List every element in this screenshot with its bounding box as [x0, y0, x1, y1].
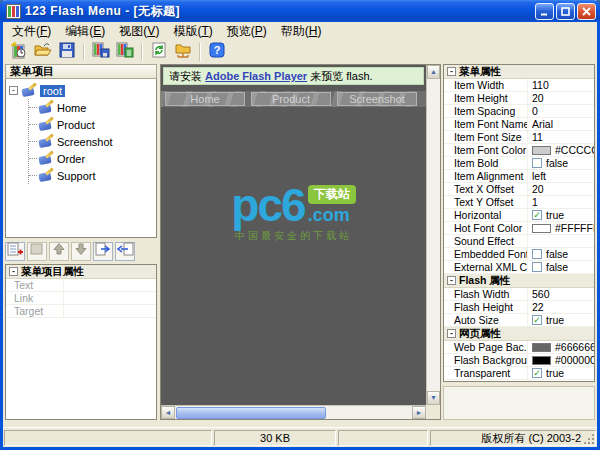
color-swatch[interactable]	[532, 356, 551, 365]
tree-node-support[interactable]: Support	[29, 167, 154, 184]
property-value[interactable]: ✓true	[528, 209, 594, 221]
item-properties-grid: - 菜单项目属性 TextLinkTarget	[5, 264, 157, 420]
open-button[interactable]	[31, 41, 55, 63]
tree-node-label[interactable]: Screenshot	[57, 136, 113, 148]
collapse-icon[interactable]: -	[9, 86, 18, 95]
section-header[interactable]: -网页属性	[444, 327, 594, 341]
property-value[interactable]	[64, 292, 156, 304]
flash-menu-button-home[interactable]: Home	[165, 92, 245, 106]
add-item-button[interactable]	[5, 242, 25, 261]
tree-node-product[interactable]: Product	[29, 116, 154, 133]
property-value[interactable]: ✓true	[528, 367, 594, 379]
vertical-scrollbar[interactable]: ▲ ▼	[426, 65, 440, 405]
tree-node-home[interactable]: Home	[29, 99, 154, 116]
checkbox-icon[interactable]: ✓	[532, 368, 542, 378]
property-value[interactable]: 11	[528, 131, 594, 143]
scroll-up-icon[interactable]: ▲	[427, 65, 440, 79]
property-row: Flash Width560	[444, 288, 594, 301]
scroll-left-icon[interactable]: ◄	[161, 406, 175, 419]
tree-node-root[interactable]: - root	[8, 82, 154, 99]
color-swatch[interactable]	[532, 224, 551, 233]
maximize-button[interactable]	[556, 3, 575, 20]
collapse-icon[interactable]: -	[447, 276, 456, 285]
property-value[interactable]: #FFFFFF	[528, 222, 594, 234]
checkbox-icon[interactable]	[532, 262, 542, 272]
collapse-icon[interactable]: -	[447, 329, 456, 338]
property-value[interactable]: #666666	[528, 341, 594, 353]
property-value[interactable]: false	[528, 248, 594, 260]
checkbox-icon[interactable]	[532, 249, 542, 259]
title-bar[interactable]: 123 Flash Menu - [无标题]	[0, 0, 600, 22]
move-down-icon	[73, 241, 89, 261]
checkbox-icon[interactable]: ✓	[532, 315, 542, 325]
horizontal-scrollbar[interactable]: ◄ ►	[161, 405, 426, 419]
scroll-down-icon[interactable]: ▼	[427, 391, 440, 405]
menu-e[interactable]: 编辑(E)	[58, 22, 112, 41]
color-swatch[interactable]	[532, 146, 551, 155]
collapse-icon[interactable]: -	[9, 267, 18, 276]
menu-f[interactable]: 文件(F)	[5, 22, 58, 41]
tree-node-label[interactable]: root	[40, 85, 65, 97]
export-swf-button[interactable]	[89, 41, 113, 63]
checkbox-icon[interactable]: ✓	[532, 210, 542, 220]
property-value[interactable]: 110	[528, 79, 594, 91]
export-html-button[interactable]	[113, 41, 137, 63]
property-value[interactable]: #000000	[528, 354, 594, 366]
refresh-button[interactable]	[147, 41, 171, 63]
menu-t[interactable]: 模版(T)	[166, 22, 219, 41]
minimize-button[interactable]	[535, 3, 554, 20]
save-button[interactable]	[55, 41, 79, 63]
property-value[interactable]	[64, 279, 156, 291]
bool-text: true	[546, 314, 564, 326]
property-value[interactable]: 20	[528, 92, 594, 104]
property-value[interactable]	[528, 235, 594, 247]
scroll-right-icon[interactable]: ►	[412, 406, 426, 419]
color-swatch[interactable]	[532, 343, 551, 352]
section-header[interactable]: -菜单属性	[444, 65, 594, 79]
property-value[interactable]: 20	[528, 183, 594, 195]
property-value[interactable]: left	[528, 170, 594, 182]
property-value[interactable]: 22	[528, 301, 594, 313]
property-value[interactable]: false	[528, 261, 594, 273]
section-header[interactable]: -Flash 属性	[444, 274, 594, 288]
tree-node-label[interactable]: Home	[57, 102, 86, 114]
menu-p[interactable]: 预览(P)	[220, 22, 274, 41]
property-row: Item Font Size11	[444, 131, 594, 144]
property-value[interactable]: 560	[528, 288, 594, 300]
menu-h[interactable]: 帮助(H)	[274, 22, 329, 41]
property-value[interactable]: #CCCCCC	[528, 144, 594, 156]
property-value[interactable]: ✓true	[528, 314, 594, 326]
property-value[interactable]: Arial	[528, 118, 594, 130]
new-button[interactable]	[7, 41, 31, 63]
flash-menu-button-product[interactable]: Product	[251, 92, 331, 106]
collapse-icon[interactable]: -	[447, 67, 456, 76]
close-button[interactable]	[577, 3, 596, 20]
tree-node-label[interactable]: Order	[57, 153, 85, 165]
help-button[interactable]: ?	[205, 41, 229, 63]
property-value[interactable]	[64, 305, 156, 317]
copyright-text: 版权所有 (C) 2003-2	[481, 431, 581, 446]
menu-tree[interactable]: - root HomeProductScreenshotOrderSupport	[5, 79, 157, 238]
checkbox-icon[interactable]	[532, 158, 542, 168]
menu-v[interactable]: 视图(V)	[112, 22, 166, 41]
value-text: Arial	[532, 118, 553, 130]
tree-node-screenshot[interactable]: Screenshot	[29, 133, 154, 150]
adobe-flash-player-link[interactable]: Adobe Flash Player	[205, 70, 307, 82]
value-text: 0	[532, 105, 538, 117]
tree-node-order[interactable]: Order	[29, 150, 154, 167]
resize-grip[interactable]	[582, 432, 595, 445]
tree-node-label[interactable]: Support	[57, 170, 96, 182]
tree-node-label[interactable]: Product	[57, 119, 95, 131]
property-row: Horizontal✓true	[444, 209, 594, 222]
add-submenu-button[interactable]	[93, 242, 113, 261]
flash-menu-button-screenshot[interactable]: Screenshot	[337, 92, 417, 106]
property-value[interactable]: 1	[528, 196, 594, 208]
section-header[interactable]: - 菜单项目属性	[6, 265, 156, 279]
scrollbar-thumb[interactable]	[176, 407, 326, 419]
promote-item-button[interactable]	[115, 242, 135, 261]
property-value[interactable]: false	[528, 157, 594, 169]
publish-button[interactable]	[171, 41, 195, 63]
property-value[interactable]: 0	[528, 105, 594, 117]
pc6-watermark: pc6 下载站 .com 中国最安全的下载站	[161, 183, 426, 243]
value-text: 560	[532, 288, 550, 300]
